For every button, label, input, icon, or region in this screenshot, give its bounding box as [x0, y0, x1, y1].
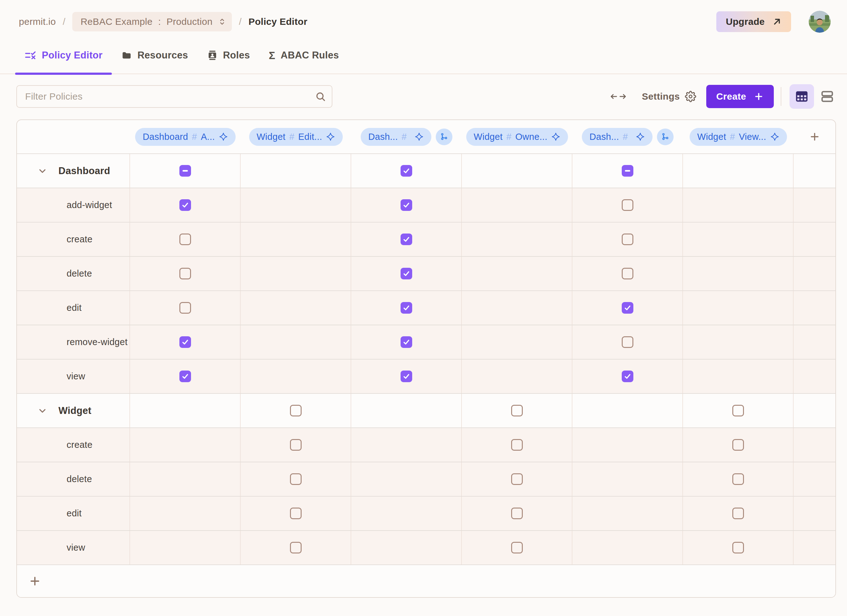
checkbox-indeterminate[interactable]: [179, 165, 191, 177]
checkbox-checked[interactable]: [179, 336, 191, 348]
permission-cell: [351, 257, 462, 290]
filter-policies-input[interactable]: [16, 85, 332, 108]
role-pill[interactable]: Dash...#: [361, 128, 431, 146]
checkbox-unchecked[interactable]: [179, 302, 191, 314]
permission-cell: [351, 462, 462, 496]
chevron-down-icon[interactable]: [38, 406, 47, 415]
action-row: remove-widget: [17, 325, 835, 359]
sparkle-icon: [636, 132, 645, 142]
derived-role-icon[interactable]: [657, 129, 674, 145]
checkbox-unchecked[interactable]: [511, 405, 523, 417]
checkbox-unchecked[interactable]: [511, 508, 523, 519]
create-label: Create: [716, 91, 746, 102]
checkbox-unchecked[interactable]: [622, 199, 633, 211]
checkbox-unchecked[interactable]: [511, 542, 523, 554]
settings-button[interactable]: Settings: [642, 91, 696, 102]
checkbox-unchecked[interactable]: [290, 508, 302, 519]
list-view-toggle[interactable]: [817, 84, 837, 109]
permission-cell: [241, 257, 351, 290]
grid-view-toggle[interactable]: [789, 84, 814, 109]
checkbox-checked[interactable]: [401, 233, 412, 245]
arrows-left-right-icon[interactable]: [610, 92, 627, 101]
checkbox-checked[interactable]: [401, 302, 412, 314]
row-label: create: [66, 440, 92, 450]
role-pill[interactable]: Dashboard#A...: [135, 128, 236, 146]
checkbox-checked[interactable]: [401, 268, 412, 279]
permission-cell: [241, 496, 351, 530]
role-pill[interactable]: Widget#Owne...: [466, 128, 568, 146]
checkbox-unchecked[interactable]: [290, 405, 302, 417]
user-avatar[interactable]: [809, 11, 831, 32]
checkbox-unchecked[interactable]: [622, 336, 633, 348]
action-label-cell: edit: [17, 291, 130, 325]
checkbox-unchecked[interactable]: [290, 542, 302, 554]
role-pill[interactable]: Dash...#: [582, 128, 652, 146]
plus-icon: [754, 92, 764, 102]
tab-roles[interactable]: Roles: [198, 45, 260, 74]
chevron-down-icon[interactable]: [38, 166, 47, 176]
spacer-cell: [794, 223, 835, 256]
checkbox-unchecked[interactable]: [732, 542, 744, 554]
tab-resources[interactable]: Resources: [112, 45, 197, 74]
checkbox-checked[interactable]: [179, 371, 191, 382]
sparkle-icon: [326, 132, 335, 142]
checkbox-unchecked[interactable]: [732, 508, 744, 519]
checkbox-checked[interactable]: [401, 371, 412, 382]
permission-cell: [130, 359, 241, 393]
tab-abac-rules[interactable]: Σ ABAC Rules: [260, 45, 348, 74]
permission-cell: [462, 462, 573, 496]
column-header-4: Widget#Owne...: [462, 128, 573, 146]
checkbox-unchecked[interactable]: [290, 439, 302, 451]
checkbox-unchecked[interactable]: [732, 439, 744, 451]
tab-policy-editor[interactable]: Policy Editor: [15, 45, 112, 74]
derived-role-icon[interactable]: [436, 129, 452, 145]
checkbox-checked[interactable]: [401, 199, 412, 211]
role-pill[interactable]: Widget#Edit...: [249, 128, 343, 146]
checkbox-unchecked[interactable]: [179, 268, 191, 279]
checkbox-unchecked[interactable]: [511, 439, 523, 451]
project-environment-selector[interactable]: ReBAC Example : Production: [72, 12, 232, 31]
search-icon[interactable]: [315, 91, 326, 102]
permission-cell: [241, 531, 351, 564]
checkbox-checked[interactable]: [622, 371, 633, 382]
permission-cell: [241, 462, 351, 496]
role-pill-label: Dash...: [589, 132, 619, 142]
row-label: add-widget: [66, 200, 112, 210]
permission-cell: [683, 291, 794, 325]
sparkle-icon: [551, 132, 561, 142]
checkbox-checked[interactable]: [179, 199, 191, 211]
permission-cell: [573, 223, 683, 256]
breadcrumb-project: ReBAC Example: [80, 16, 152, 27]
action-label-cell: view: [17, 359, 130, 393]
checkbox-unchecked[interactable]: [732, 405, 744, 417]
permission-cell: [573, 531, 683, 564]
checkbox-unchecked[interactable]: [622, 268, 633, 279]
role-pill[interactable]: Widget#View...: [690, 128, 787, 146]
permission-cell: [351, 359, 462, 393]
permission-cell: [683, 531, 794, 564]
create-button[interactable]: Create: [706, 85, 774, 108]
add-role-column-button[interactable]: [794, 131, 835, 142]
add-resource-button[interactable]: [29, 575, 41, 587]
upgrade-button[interactable]: Upgrade: [716, 11, 791, 32]
checkbox-unchecked[interactable]: [511, 473, 523, 485]
role-pill-label: Dashboard: [143, 132, 188, 142]
role-pill-hash: #: [289, 132, 294, 142]
role-pill-resource: Owne...: [515, 132, 547, 142]
checkbox-checked[interactable]: [401, 165, 412, 177]
resource-row: Widget: [17, 393, 835, 427]
checkbox-unchecked[interactable]: [290, 473, 302, 485]
action-row: edit: [17, 496, 835, 530]
breadcrumb-org[interactable]: permit.io: [19, 16, 56, 27]
checkbox-unchecked[interactable]: [622, 233, 633, 245]
checkbox-checked[interactable]: [622, 302, 633, 314]
checkbox-indeterminate[interactable]: [622, 165, 633, 177]
permission-cell: [683, 359, 794, 393]
checkbox-checked[interactable]: [401, 336, 412, 348]
checkbox-unchecked[interactable]: [732, 473, 744, 485]
permission-cell: [683, 428, 794, 462]
action-row: delete: [17, 256, 835, 290]
permission-cell: [351, 531, 462, 564]
checkbox-unchecked[interactable]: [179, 233, 191, 245]
permission-cell: [130, 223, 241, 256]
